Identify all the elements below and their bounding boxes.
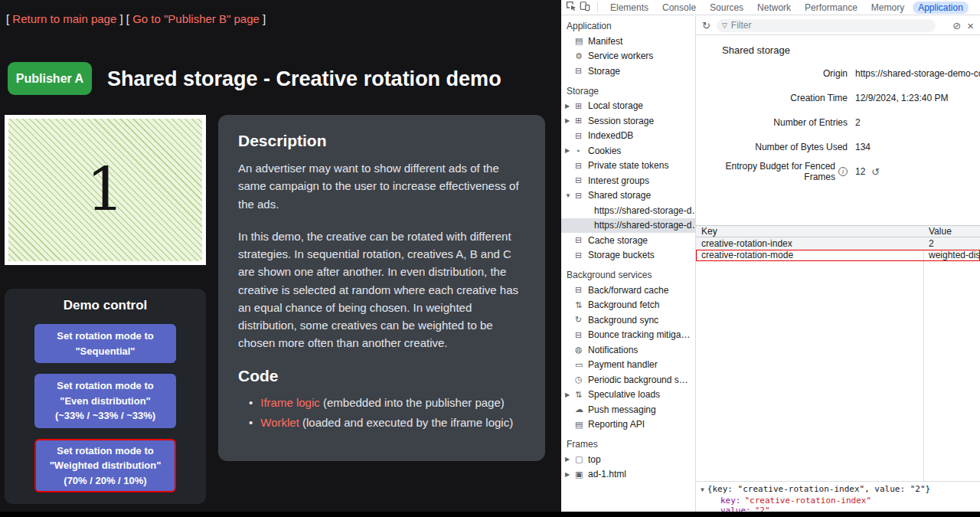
devtools-window: Elements Console Sources Network Perform… [561,0,980,517]
sidebar-item-speculative-loads[interactable]: Speculative loads [561,388,695,403]
description-paragraph: An advertiser may want to show different… [238,159,525,213]
sidebar-item-back-forward-cache[interactable]: Back/forward cache [561,283,695,298]
tab-sources[interactable]: Sources [704,2,749,14]
table-row[interactable]: creative-rotation-index 2 [696,237,980,250]
application-sidebar: Application Manifest Service workers Sto… [561,16,696,517]
chevron-right-icon[interactable] [565,147,575,154]
database-icon [575,285,588,295]
devtools-body: Application Manifest Service workers Sto… [561,16,980,517]
sidebar-section-storage: Storage Local storage Session storage In… [561,79,695,263]
filter-box [717,19,936,32]
reset-budget-icon[interactable] [871,166,880,178]
metadata-fields: Origin https://shared-storage-demo-co Cr… [696,61,980,184]
iframe-logic-link[interactable]: Iframe logic [260,396,320,409]
sidebar-section-frames: Frames top ad-1.html [561,432,695,482]
device-toolbar-icon[interactable] [580,1,590,14]
worklet-link[interactable]: Worklet [260,416,299,429]
description-heading: Description [238,132,525,150]
return-main-page-link[interactable]: Return to main page [12,12,116,25]
chevron-right-icon[interactable] [565,117,575,124]
rotation-mode-even-button[interactable]: Set rotation mode to "Even distribution"… [34,374,176,428]
panel-content: Shared storage Origin https://shared-sto… [696,36,980,517]
sidebar-section-application: Application Manifest Service workers Sto… [561,16,695,79]
sidebar-item-push-messaging[interactable]: Push messaging [561,402,695,417]
table-row[interactable]: creative-rotation-mode weighted-dist [696,250,980,262]
sidebar-item-shared-storage-origin-1[interactable]: https://shared-storage-d… [561,203,695,218]
divider [597,2,598,12]
sidebar-item-cache-storage[interactable]: Cache storage [561,233,695,248]
sidebar-item-payment-handler[interactable]: Payment handler [561,358,695,373]
sidebar-item-shared-storage-origin-2[interactable]: https://shared-storage-d… [561,218,695,234]
chevron-right-icon[interactable] [565,391,575,398]
sidebar-item-indexeddb[interactable]: IndexedDB [561,129,695,144]
sidebar-item-notifications[interactable]: Notifications [561,342,695,358]
tab-application[interactable]: Application [913,2,969,14]
sidebar-item-shared-storage[interactable]: Shared storage [561,188,695,204]
chevron-right-icon[interactable] [565,456,575,463]
refresh-icon[interactable] [702,20,710,31]
storage-icon [575,66,588,76]
screen-edge [0,512,980,517]
field-label: Number of Bytes Used [755,142,848,152]
table-icon [575,116,588,126]
service-workers-icon [575,51,588,61]
sidebar-item-storage-buckets[interactable]: Storage buckets [561,248,695,263]
sidebar-item-service-workers[interactable]: Service workers [561,49,695,64]
database-icon [575,131,588,141]
sidebar-item-periodic-background-sync[interactable]: Periodic background s… [561,372,695,388]
field-creation-time: Creation Time 12/9/2024, 1:23:40 PM [696,86,980,110]
field-origin: Origin https://shared-storage-demo-co [696,61,980,86]
code-heading: Code [238,367,525,385]
sidebar-item-frame-top[interactable]: top [561,452,695,467]
field-label: Origin [823,68,848,79]
inspect-element-icon[interactable] [566,1,577,14]
sidebar-item-private-state-tokens[interactable]: Private state tokens [561,159,695,174]
publisher-badge: Publisher A [8,62,92,95]
chevron-right-icon[interactable] [565,471,575,478]
code-item-text: (loaded and executed by the iframe logic… [299,416,513,429]
iframe-icon [575,470,588,479]
sidebar-item-manifest[interactable]: Manifest [561,34,695,49]
column-header-value[interactable]: Value [923,226,980,237]
clock-icon [575,375,588,384]
info-icon[interactable] [838,167,848,176]
description-paragraph: In this demo, the creative can be rotate… [238,227,525,352]
chevron-down-icon[interactable] [701,486,704,493]
sidebar-item-local-storage[interactable]: Local storage [561,99,695,114]
cell-key: creative-rotation-mode [696,250,923,260]
sidebar-item-reporting-api[interactable]: Reporting API [561,417,695,433]
field-entropy-budget: Entropy Budget for Fenced Frames 12 [696,159,980,184]
tab-elements[interactable]: Elements [605,2,654,14]
column-divider[interactable] [923,225,924,482]
tab-performance[interactable]: Performance [799,2,863,14]
sidebar-item-interest-groups[interactable]: Interest groups [561,173,695,188]
code-list-item: Worklet (loaded and executed by the ifra… [249,414,525,432]
top-nav: [ Return to main page ] [ Go to "Publish… [6,12,266,25]
sidebar-item-storage[interactable]: Storage [561,64,695,79]
sidebar-item-cookies[interactable]: Cookies [561,143,695,159]
rotation-mode-weighted-button[interactable]: Set rotation mode to "Weighted distribut… [34,439,176,493]
field-value: 134 [855,142,871,152]
document-icon [575,420,588,430]
chevron-down-icon[interactable] [565,192,575,199]
column-header-key[interactable]: Key [696,226,923,237]
sidebar-item-bounce-tracking[interactable]: Bounce tracking mitiga… [561,328,695,343]
arrows-up-down-icon [575,390,588,400]
tab-network[interactable]: Network [752,2,796,14]
sidebar-item-frame-ad1[interactable]: ad-1.html [561,467,695,483]
description-panel: Description An advertiser may want to sh… [218,115,545,461]
tab-console[interactable]: Console [657,2,701,14]
publisher-b-link[interactable]: Go to "Publisher B" page [132,12,260,25]
database-icon [575,191,588,201]
panel-toolbar [696,16,980,35]
chevron-right-icon[interactable] [565,103,575,110]
filter-input[interactable] [731,20,931,31]
sidebar-item-session-storage[interactable]: Session storage [561,113,695,129]
section-title: Background services [561,263,695,283]
delete-selected-icon[interactable] [967,19,974,32]
delete-all-icon[interactable] [952,20,961,31]
sidebar-item-background-sync[interactable]: Background sync [561,312,695,328]
rotation-mode-sequential-button[interactable]: Set rotation mode to "Sequential" [34,324,176,363]
sidebar-item-background-fetch[interactable]: Background fetch [561,298,695,313]
tab-memory[interactable]: Memory [866,2,910,14]
